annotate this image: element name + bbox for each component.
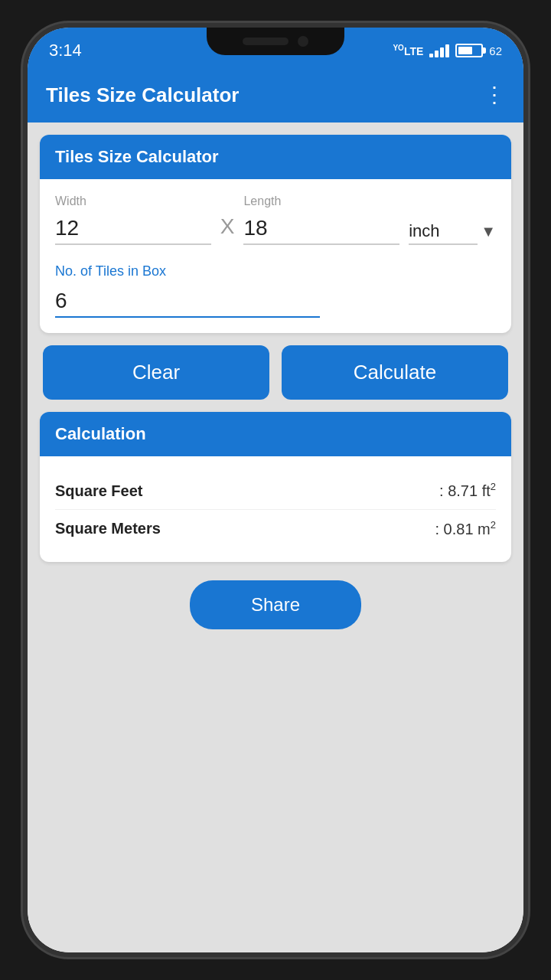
length-label: Length [243, 194, 399, 208]
clear-button[interactable]: Clear [43, 345, 269, 400]
status-time: 3:14 [49, 41, 82, 60]
results-card-body: Square Feet : 8.71 ft2 Square Meters : 0… [40, 456, 511, 562]
results-card-title: Calculation [55, 424, 146, 443]
square-feet-label: Square Feet [55, 482, 439, 500]
calculate-button[interactable]: Calculate [282, 345, 508, 400]
square-feet-row: Square Feet : 8.71 ft2 [55, 472, 496, 510]
dimensions-row: Width X Length inch cm mm [55, 194, 496, 245]
tiles-box-label: No. of Tiles in Box [55, 263, 496, 279]
length-group: Length [243, 194, 399, 245]
lte-icon: YOLTE [393, 44, 423, 57]
square-meters-value: : 0.81 m2 [435, 519, 497, 538]
battery-icon [455, 44, 483, 57]
signal-bars-icon [429, 44, 449, 57]
unit-selector-wrapper[interactable]: inch cm mm feet ▼ [409, 218, 496, 245]
tiles-section: No. of Tiles in Box [55, 263, 496, 318]
app-bar: Tiles Size Calculator ⋮ [28, 67, 523, 122]
status-icons: YOLTE 62 [393, 44, 502, 57]
unit-dropdown-arrow-icon: ▼ [481, 223, 496, 240]
calculator-card-body: Width X Length inch cm mm [40, 179, 511, 333]
square-meters-label: Square Meters [55, 520, 435, 537]
tiles-input[interactable] [55, 286, 320, 318]
calculator-card-title: Tiles Size Calculator [55, 147, 219, 166]
width-group: Width [55, 194, 211, 245]
multiply-sign: X [220, 214, 235, 239]
results-card-header: Calculation [40, 412, 511, 456]
content-area: Tiles Size Calculator Width X Length [28, 122, 523, 952]
app-bar-title: Tiles Size Calculator [46, 83, 239, 107]
share-button[interactable]: Share [190, 580, 361, 629]
results-card: Calculation Square Feet : 8.71 ft2 Squar… [40, 412, 511, 562]
calculator-card: Tiles Size Calculator Width X Length [40, 135, 511, 333]
length-input[interactable] [243, 213, 399, 245]
width-label: Width [55, 194, 211, 208]
calculator-card-header: Tiles Size Calculator [40, 135, 511, 179]
width-input[interactable] [55, 213, 211, 245]
square-feet-value: : 8.71 ft2 [439, 481, 496, 500]
action-buttons: Clear Calculate [43, 345, 508, 400]
unit-selector[interactable]: inch cm mm feet [409, 218, 478, 245]
more-options-icon[interactable]: ⋮ [484, 84, 505, 106]
battery-percent: 62 [489, 44, 502, 57]
share-row: Share [40, 574, 511, 635]
square-meters-row: Square Meters : 0.81 m2 [55, 510, 496, 547]
